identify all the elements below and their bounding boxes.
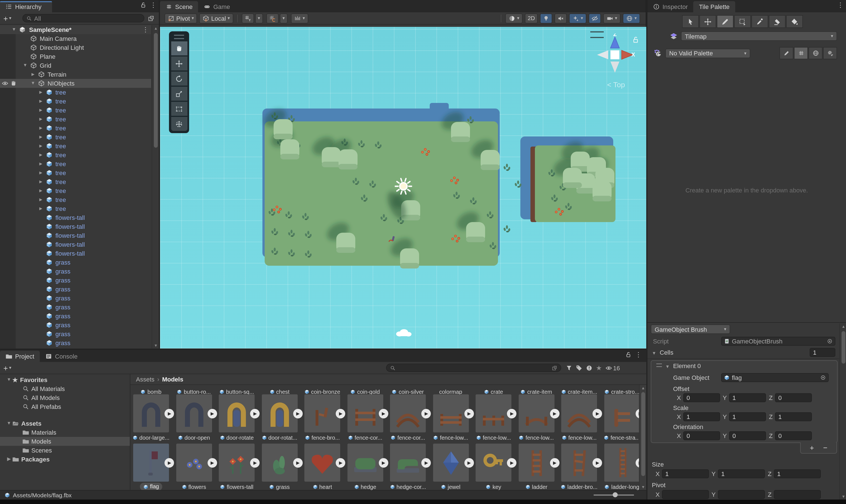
script-field[interactable]: GameObjectBrush [721, 337, 835, 346]
hierarchy-item-tree[interactable]: ▶tree [0, 106, 151, 115]
asset-label-flowers-tall[interactable]: flowers-tall [217, 483, 256, 490]
asset-thumbnail-flag[interactable] [133, 444, 169, 482]
preview-play-button[interactable]: ▶ [550, 409, 559, 418]
asset-label-ladder-bro-[interactable]: ladder-bro... [559, 483, 599, 490]
grid-visibility-caret[interactable]: ▾ [255, 13, 263, 23]
asset-label-fence-low-[interactable]: fence-low... [559, 433, 599, 442]
hierarchy-item-grass[interactable]: grass [0, 329, 151, 338]
object-picker-icon[interactable] [827, 338, 832, 344]
hierarchy-search-input[interactable]: All [22, 14, 144, 22]
asset-label-hedge-cor-[interactable]: hedge-cor... [388, 483, 428, 490]
hierarchy-item-tree[interactable]: ▶tree [0, 159, 151, 168]
rotate-tool[interactable] [171, 72, 187, 86]
hierarchy-item-niobjects[interactable]: ▼NIObjects [0, 79, 151, 88]
project-create-button[interactable]: +▾ [3, 363, 11, 372]
view-direction-label[interactable]: < Top [591, 80, 641, 89]
project-tree-item-all-models[interactable]: All Models [0, 393, 60, 402]
asset-thumbnail-ladder[interactable] [518, 444, 554, 482]
hierarchy-item-tree[interactable]: ▶tree [0, 132, 151, 142]
asset-thumbnail-grass[interactable] [262, 444, 298, 482]
inspector-scrollbar[interactable]: ▲ ▼ [839, 323, 846, 500]
overlay-drag-handle[interactable] [174, 35, 184, 39]
preview-play-button[interactable]: ▶ [507, 458, 517, 468]
hierarchy-item-flowers-tall[interactable]: flowers-tall [0, 249, 151, 258]
asset-label-door-open[interactable]: door-open [174, 433, 214, 442]
pivot-z-field[interactable] [774, 490, 821, 499]
lock-open-icon[interactable] [140, 2, 147, 8]
foldout-arrow[interactable]: ▶ [38, 168, 44, 177]
size-x-field[interactable]: 1 [662, 469, 709, 478]
asset-label-ladder[interactable]: ladder [517, 483, 556, 490]
hierarchy-item-grass[interactable]: grass [0, 285, 151, 294]
orientation-gizmo[interactable]: Z X [594, 34, 636, 76]
project-tree-item-scenes[interactable]: Scenes [0, 446, 52, 455]
asset-thumbnail-fence-low-[interactable] [475, 394, 511, 432]
asset-label-door-rotate[interactable]: door-rotate [217, 433, 256, 442]
foldout-arrow[interactable]: ▶ [38, 177, 44, 186]
foldout-arrow[interactable]: ▼ [22, 61, 28, 70]
project-tree-item-materials[interactable]: Materials [0, 428, 56, 437]
asset-thumbnail-door-rotate[interactable] [219, 394, 255, 432]
asset-label-flowers[interactable]: flowers [174, 483, 214, 490]
tab-tile-palette[interactable]: Tile Palette [694, 1, 735, 12]
hierarchy-item-grass[interactable]: grass [0, 267, 151, 276]
asset-thumbnail-ladder-long[interactable] [604, 444, 640, 482]
scale-y-field[interactable]: 1 [729, 412, 766, 421]
asset-label-fence-stra-[interactable]: fence-stra... [602, 433, 642, 442]
asset-thumbnail-door-open[interactable] [176, 394, 212, 432]
size-z-field[interactable]: 1 [774, 469, 821, 478]
handle-space-button[interactable]: Local▾ [199, 13, 233, 23]
unimported-assets-icon[interactable] [586, 364, 593, 371]
hierarchy-item-tree[interactable]: ▶tree [0, 88, 151, 97]
grid-snap-button[interactable] [266, 13, 278, 23]
preview-play-button[interactable]: ▶ [379, 409, 388, 418]
hierarchy-scene-header[interactable]: ▼SampleScene*⋮ [0, 25, 151, 34]
asset-label-fence-low-[interactable]: fence-low... [474, 433, 513, 442]
search-by-label-icon[interactable] [576, 364, 582, 371]
offset-x-field[interactable]: 0 [683, 393, 720, 402]
add-element-button[interactable]: + [810, 444, 814, 452]
favorites-star-icon[interactable]: ★ [596, 364, 602, 372]
asset-label-hedge[interactable]: hedge [345, 483, 385, 490]
hierarchy-item-grass[interactable]: grass [0, 276, 151, 285]
preview-play-button[interactable]: ▶ [207, 458, 217, 468]
tp-fill-tool[interactable] [786, 15, 803, 28]
asset-label-jewel[interactable]: jewel [431, 483, 470, 490]
hierarchy-item-flowers-tall[interactable]: flowers-tall [0, 222, 151, 231]
tp-select-tool[interactable] [682, 15, 699, 28]
tp-box-fill-tool[interactable] [734, 15, 751, 28]
hierarchy-item-tree[interactable]: ▶tree [0, 115, 151, 124]
hierarchy-item-tree[interactable]: ▶tree [0, 177, 151, 186]
snap-increment-button[interactable]: ▾ [291, 13, 308, 23]
hierarchy-item-tree[interactable]: ▶tree [0, 142, 151, 150]
foldout-arrow[interactable]: ▶ [38, 195, 44, 204]
tab-scene[interactable]: Scene [160, 1, 198, 12]
hierarchy-item-grass[interactable]: grass [0, 338, 151, 347]
preview-play-button[interactable]: ▶ [464, 458, 474, 468]
preview-play-button[interactable]: ▶ [593, 458, 602, 468]
preview-play-button[interactable]: ▶ [293, 409, 302, 418]
palette-dropdown[interactable]: No Valid Palette ▾ [665, 48, 750, 58]
tile-palette-menu-icon[interactable]: ⋮ [837, 2, 844, 8]
preview-play-button[interactable]: ▶ [507, 409, 517, 418]
palette-edit-button[interactable] [779, 47, 793, 59]
offset-z-field[interactable]: 0 [775, 393, 812, 402]
project-tree-item-models[interactable]: Models [0, 437, 130, 446]
asset-thumbnail-hedge[interactable] [347, 444, 383, 482]
preview-play-button[interactable]: ▶ [250, 458, 259, 468]
hierarchy-item-directional-light[interactable]: Directional Light [0, 43, 151, 52]
search-by-type-icon[interactable] [566, 364, 572, 371]
gizmos-button[interactable]: ▾ [623, 13, 640, 23]
tp-eraser-tool[interactable] [769, 15, 786, 28]
preview-play-button[interactable]: ▶ [464, 409, 474, 418]
asset-thumbnail-flowers[interactable] [176, 444, 212, 482]
asset-label-door-rotat-[interactable]: door-rotat... [260, 433, 299, 442]
asset-thumbnail-jewel[interactable] [433, 444, 469, 482]
scale-tool[interactable] [171, 87, 187, 101]
orientation-y-field[interactable]: 0 [729, 431, 766, 440]
orientation-x-field[interactable]: 0 [683, 431, 720, 440]
view-hand-tool[interactable] [171, 41, 187, 55]
palette-gizmos-button[interactable] [809, 47, 823, 59]
project-tree-item-assets[interactable]: ▼Assets [0, 419, 41, 428]
2d-toggle-button[interactable]: 2D [525, 13, 538, 23]
